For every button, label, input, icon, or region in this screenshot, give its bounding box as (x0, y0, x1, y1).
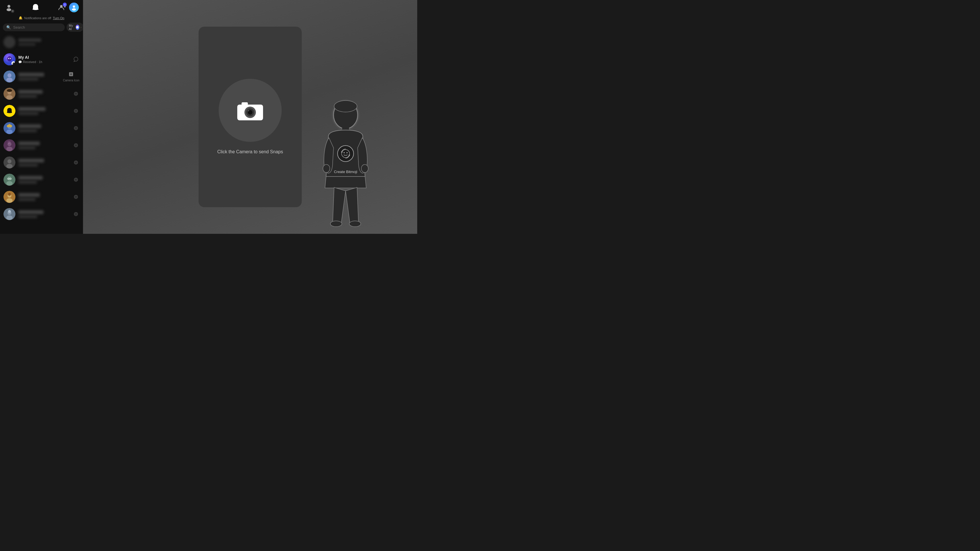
contact-2-status (18, 78, 38, 81)
bitmoji-figure (317, 96, 374, 234)
svg-point-41 (6, 181, 13, 186)
contact-list: My AI 💬 Received · 1h (0, 33, 83, 234)
contact-item-4[interactable] (0, 102, 83, 119)
camera-icon-8 (73, 176, 80, 183)
current-user-avatar[interactable] (69, 3, 79, 12)
contact-2-action[interactable]: Camera Icon (63, 71, 80, 82)
contact-5-info (18, 124, 73, 132)
my-ai-action[interactable] (73, 56, 80, 63)
my-ai-status: 💬 Received · 1h (18, 60, 73, 64)
svg-point-9 (7, 56, 12, 61)
camera-icon-3 (73, 90, 80, 97)
svg-point-71 (344, 152, 345, 153)
camera-icon-7 (73, 159, 80, 166)
svg-point-61 (248, 110, 249, 111)
svg-point-34 (75, 145, 77, 146)
contact-item-10[interactable] (0, 205, 83, 223)
svg-point-38 (75, 162, 77, 163)
my-ai-info: My AI 💬 Received · 1h (18, 55, 73, 64)
svg-point-19 (6, 95, 13, 100)
contact-7-action[interactable] (73, 159, 80, 166)
contact-5-action[interactable] (73, 125, 80, 132)
main-area: Click the Camera to send Snaps (83, 0, 417, 234)
contact-7-avatar (3, 156, 16, 169)
svg-point-5 (73, 5, 75, 8)
svg-point-69 (337, 146, 353, 162)
svg-point-10 (8, 58, 9, 59)
contact-6-avatar: ♡ (3, 139, 16, 151)
contact-2-info (18, 73, 63, 81)
svg-point-29 (75, 127, 77, 129)
contact-item-6[interactable]: ♡ (0, 137, 83, 154)
camera-snap-icon (73, 56, 80, 63)
svg-point-32 (6, 147, 13, 151)
chevron-right-icon: › (81, 26, 81, 29)
svg-point-37 (6, 164, 13, 169)
contact-3-info (18, 90, 73, 98)
turn-on-link[interactable]: Turn On (53, 16, 64, 20)
contact-4-info (18, 107, 73, 115)
contact-10-action[interactable] (73, 210, 80, 218)
camera-icon-10 (73, 210, 80, 218)
svg-text:♡: ♡ (8, 141, 11, 145)
reply-snap-icon (68, 71, 75, 78)
camera-icon-4 (73, 107, 80, 114)
contact-4-action[interactable] (73, 107, 80, 114)
contact-9-action[interactable] (73, 193, 80, 200)
snapchat-logo (31, 3, 40, 12)
svg-point-55 (75, 213, 77, 215)
svg-point-22 (75, 93, 77, 94)
reply-label: Camera Icon (63, 79, 80, 82)
svg-point-14 (8, 73, 11, 77)
camera-prompt-text: Click the Camera to send Snaps (217, 149, 283, 155)
notification-bar: 🔔 Notifications are off Turn On (0, 15, 83, 21)
contact-item-8[interactable] (0, 171, 83, 188)
search-input-wrap[interactable]: 🔍 (3, 24, 65, 31)
svg-point-1 (6, 8, 11, 11)
bitmoji-silhouette: Create Bitmoji (314, 96, 377, 234)
contact-6-action[interactable] (73, 142, 80, 149)
search-input[interactable] (13, 25, 61, 30)
svg-point-67 (330, 221, 342, 227)
svg-point-48 (6, 198, 13, 203)
snap-yellow-circle (3, 105, 16, 117)
svg-point-50 (75, 196, 77, 198)
contact-item-2[interactable]: Camera Icon (0, 68, 83, 85)
contact-3-action[interactable] (73, 90, 80, 97)
contact-8-avatar (3, 174, 16, 186)
add-friends-button[interactable]: 3 (57, 3, 67, 12)
svg-point-21 (7, 89, 12, 92)
sidebar: ⚙ 3 (0, 0, 83, 234)
story-item[interactable] (0, 33, 83, 51)
story-avatar (3, 36, 16, 48)
bell-icon: 🔔 (19, 16, 23, 20)
top-bar: ⚙ 3 (0, 0, 83, 15)
contact-item-my-ai[interactable]: My AI 💬 Received · 1h (0, 51, 83, 68)
camera-button[interactable] (219, 79, 282, 142)
contact-8-action[interactable] (73, 176, 80, 183)
camera-icon-5 (73, 125, 80, 132)
create-bitmoji-label[interactable]: Create Bitmoji (328, 170, 363, 174)
my-ai-badge[interactable]: My AI › (67, 22, 84, 32)
contact-9-info (18, 193, 73, 201)
search-icon: 🔍 (6, 25, 11, 30)
contact-2-name (18, 73, 44, 76)
contact-6-info (18, 142, 73, 149)
camera-icon-9 (73, 193, 80, 200)
svg-point-6 (72, 8, 76, 11)
contact-item-7[interactable] (0, 154, 83, 171)
svg-point-26 (6, 129, 13, 134)
svg-point-15 (6, 78, 13, 82)
svg-point-49 (8, 193, 11, 196)
contact-item-3[interactable] (0, 85, 83, 102)
contact-7-info (18, 159, 73, 166)
svg-point-45 (75, 179, 77, 180)
svg-point-12 (13, 62, 14, 64)
profile-button[interactable]: ⚙ (4, 3, 14, 12)
contact-item-9[interactable] (0, 188, 83, 205)
svg-point-72 (347, 152, 348, 153)
contact-item-5[interactable] (0, 119, 83, 137)
chat-icon: 💬 (18, 61, 22, 64)
svg-point-23 (75, 110, 77, 112)
svg-point-36 (8, 159, 11, 163)
